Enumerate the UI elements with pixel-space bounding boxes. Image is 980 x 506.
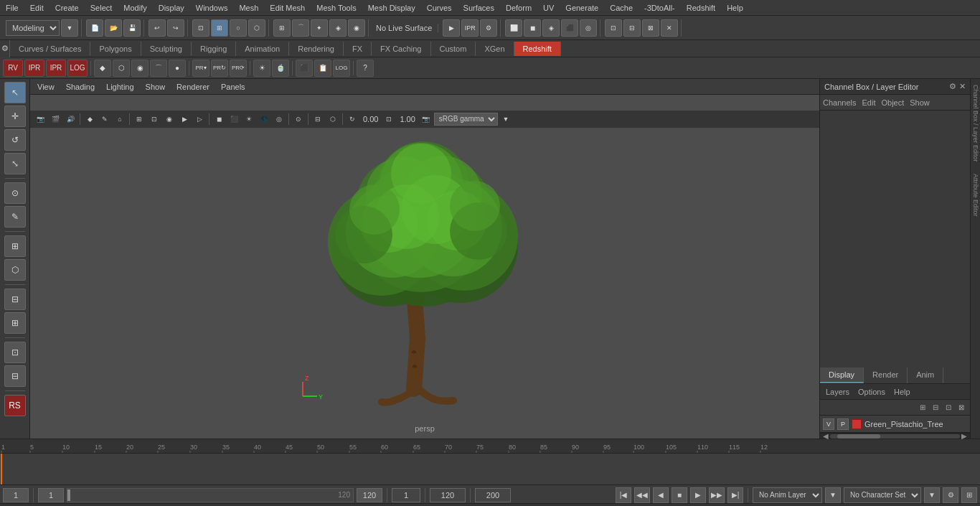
tab-xgen[interactable]: XGen <box>476 42 514 56</box>
maximize-btn[interactable]: ⊡ <box>605 19 622 37</box>
render-btn[interactable]: ▶ <box>443 19 460 37</box>
vp-gate-btn[interactable]: ⬡ <box>326 113 340 126</box>
anim-extra-btn[interactable]: ⊞ <box>961 487 977 503</box>
tool4-btn[interactable]: ⊞ <box>4 312 26 334</box>
vp-tx-btn[interactable]: ⊡ <box>382 113 396 126</box>
tab-animation[interactable]: Animation <box>236 42 289 56</box>
scroll-track[interactable] <box>830 434 960 439</box>
vp-gamma-down-btn[interactable]: ▼ <box>499 113 513 126</box>
vp-grid-btn[interactable]: ⊞ <box>132 113 146 126</box>
anim-settings-btn[interactable]: ⚙ <box>943 487 958 503</box>
tab-curves-surfaces[interactable]: Curves / Surfaces <box>10 42 90 56</box>
rs-help[interactable]: ? <box>357 60 374 77</box>
vp-smooth-btn[interactable]: ▶ <box>177 113 192 126</box>
object-menu[interactable]: Object <box>881 98 904 107</box>
render-tab[interactable]: Render <box>864 367 908 383</box>
layer-visible-btn[interactable]: V <box>823 418 834 430</box>
vp-keyframe-btn[interactable]: ◆ <box>83 113 97 126</box>
move-tool-btn[interactable]: ✛ <box>4 106 26 127</box>
timeline-slider[interactable]: 120 <box>67 488 354 502</box>
tab-sculpting[interactable]: Sculpting <box>141 42 192 56</box>
rs-tool5[interactable]: ● <box>169 60 186 77</box>
redo-btn[interactable]: ↪ <box>167 19 184 37</box>
tab-rigging[interactable]: Rigging <box>192 42 236 56</box>
options-menu[interactable]: Options <box>855 386 888 398</box>
timeline-ruler[interactable]: 1 5 10 15 20 25 30 35 40 45 50 55 60 <box>0 439 980 454</box>
range-end-field[interactable] <box>357 488 382 502</box>
rs-log2[interactable]: LOG <box>333 60 350 77</box>
rp-settings-btn[interactable]: ⚙ <box>949 82 956 91</box>
help-menu[interactable]: Help <box>891 386 913 398</box>
rs-pr3[interactable]: PR⟳ <box>230 60 247 77</box>
play-fwd-btn[interactable]: ▶ <box>690 487 706 503</box>
vp-light-btn[interactable]: ☀ <box>242 113 256 126</box>
soft-mod-btn[interactable]: ⊙ <box>4 182 26 204</box>
menu-curves[interactable]: Curves <box>421 2 458 14</box>
wireframe-btn[interactable]: ⬜ <box>505 19 522 37</box>
rs-side-btn[interactable]: RS <box>4 395 26 416</box>
tab-redshift[interactable]: Redshift <box>514 42 561 56</box>
layer-icon4[interactable]: ⊠ <box>956 402 967 413</box>
menu-modify[interactable]: Modify <box>118 2 152 14</box>
vp-xray-btn[interactable]: ◉ <box>162 113 176 126</box>
renderer-menu[interactable]: Renderer <box>174 81 212 93</box>
layout-btn[interactable]: ⊟ <box>4 365 26 387</box>
rs-pr2[interactable]: PR↻ <box>211 60 228 77</box>
tab-fx-caching[interactable]: FX Caching <box>372 42 430 56</box>
rs-mat2[interactable]: 📋 <box>314 60 331 77</box>
step-fwd-btn[interactable]: ▶▶ <box>709 487 725 503</box>
rs-tool4[interactable]: ⌒ <box>150 60 167 77</box>
snap-btn[interactable]: ⊞ <box>4 235 26 257</box>
shading-menu[interactable]: Shading <box>63 81 98 93</box>
select-tool-btn[interactable]: ↖ <box>4 82 26 103</box>
display-tab[interactable]: Display <box>820 367 864 383</box>
render-settings-btn[interactable]: ⚙ <box>480 19 497 37</box>
char-set-down-btn[interactable]: ▼ <box>924 487 940 503</box>
vp-cam-sel-btn[interactable]: 📷 <box>419 113 433 126</box>
vp-anim-btn[interactable]: ⌂ <box>113 113 127 126</box>
rs-log-btn[interactable]: LOG <box>67 60 88 77</box>
new-file-btn[interactable]: 📄 <box>86 19 103 37</box>
menu-surfaces[interactable]: Surfaces <box>458 2 500 14</box>
stop-btn[interactable]: ■ <box>672 487 687 503</box>
menu-edit-mesh[interactable]: Edit Mesh <box>264 2 311 14</box>
tab-fx[interactable]: FX <box>344 42 372 56</box>
panels-menu[interactable]: Panels <box>218 81 248 93</box>
save-file-btn[interactable]: 💾 <box>123 19 141 37</box>
mode-dropdown-btn[interactable]: ▼ <box>61 19 78 37</box>
lighting-menu[interactable]: Lighting <box>103 81 137 93</box>
aa-btn[interactable]: ◎ <box>580 19 597 37</box>
vp-wire-btn[interactable]: ⊡ <box>147 113 161 126</box>
lasso-btn[interactable]: ○ <box>230 19 247 37</box>
vp-rotate-btn[interactable]: ↻ <box>345 113 359 126</box>
vp-shading-btn[interactable]: ◼ <box>212 113 226 126</box>
layers-menu[interactable]: Layers <box>823 386 852 398</box>
xray-btn[interactable]: ◈ <box>542 19 560 37</box>
vp-tex-btn[interactable]: ⬛ <box>227 113 241 126</box>
snap-live-btn[interactable]: ◉ <box>348 19 365 37</box>
vp-smooth2-btn[interactable]: ▷ <box>192 113 207 126</box>
mirror-btn[interactable]: ⬡ <box>4 259 26 281</box>
rs-tool2[interactable]: ⬡ <box>113 60 130 77</box>
snap-point-btn[interactable]: ✦ <box>311 19 328 37</box>
anim-layer-down-btn[interactable]: ▼ <box>825 487 841 503</box>
layer-item[interactable]: V P Green_Pistachio_Tree <box>820 416 970 433</box>
vp-sound-btn[interactable]: 🔊 <box>63 113 77 126</box>
smooth-btn[interactable]: ◼ <box>524 19 541 37</box>
tab-polygons[interactable]: Polygons <box>90 42 141 56</box>
tool3-btn[interactable]: ⊟ <box>4 289 26 310</box>
rs-tool3[interactable]: ◉ <box>131 60 149 77</box>
minimize-btn[interactable]: ⊠ <box>642 19 659 37</box>
menu-create[interactable]: Create <box>50 2 85 14</box>
snap-grid-btn[interactable]: ⊞ <box>273 19 291 37</box>
rs-ipr-btn[interactable]: IPR <box>24 60 44 77</box>
rs-pr1[interactable]: PR▾ <box>192 60 209 77</box>
range-start-field[interactable] <box>38 488 64 502</box>
select-mode-btn[interactable]: ⊡ <box>192 19 209 37</box>
menu-mesh-tools[interactable]: Mesh Tools <box>311 2 362 14</box>
paint-select-btn[interactable]: ⬡ <box>248 19 265 37</box>
texture-btn[interactable]: ⬛ <box>561 19 578 37</box>
scene-view[interactable]: Y Z persp <box>30 95 819 439</box>
rs-light1[interactable]: ☀ <box>253 60 270 77</box>
scale-tool-btn[interactable]: ⤡ <box>4 153 26 174</box>
